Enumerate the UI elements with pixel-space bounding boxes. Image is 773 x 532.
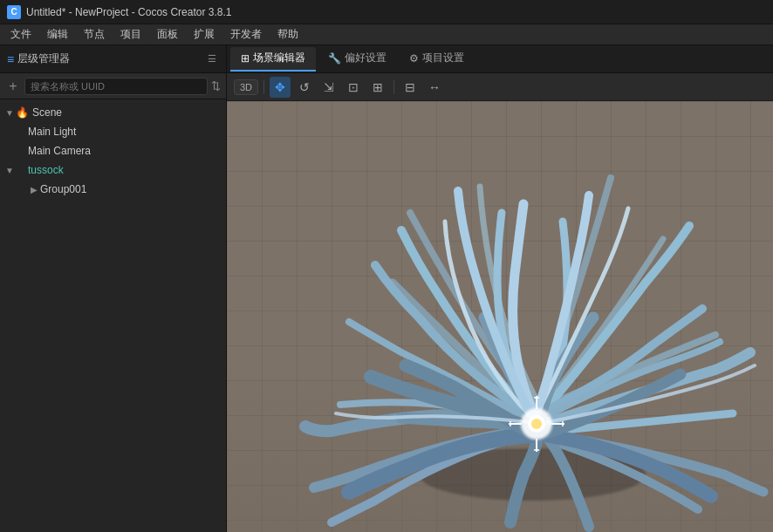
- window-title: Untitled* - NewProject - Cocos Creator 3…: [26, 6, 231, 18]
- title-bar: C Untitled* - NewProject - Cocos Creator…: [0, 0, 773, 24]
- move-tool-button[interactable]: ✥: [270, 77, 291, 98]
- tussock-label: tussock: [28, 164, 64, 176]
- add-node-button[interactable]: +: [5, 78, 21, 94]
- scene-toolbar: 3D ✥ ↺ ⇲ ⊡ ⊞ ⊟ ↔: [227, 73, 773, 101]
- menu-panel[interactable]: 面板: [150, 25, 185, 44]
- tab-scene-editor[interactable]: ⊞ 场景编辑器: [230, 47, 316, 72]
- tree-item-scene[interactable]: ▼ 🔥 Scene: [0, 103, 226, 122]
- scene-label: Scene: [32, 106, 62, 119]
- menu-dev[interactable]: 开发者: [223, 25, 269, 44]
- project-settings-icon: ⚙: [409, 52, 419, 65]
- arrow-scene: ▼: [3, 108, 16, 118]
- rotate-tool-button[interactable]: ↺: [294, 77, 315, 98]
- scene-editor-panel: ⊞ 场景编辑器 🔧 偏好设置 ⚙ 项目设置 3D ✥ ↺ ⇲ ⊡ ⊞ ⊟ ↔: [227, 45, 773, 532]
- transform-tool-button[interactable]: ⊞: [367, 77, 388, 98]
- main-light-label: Main Light: [28, 126, 76, 138]
- tab-preferences[interactable]: 🔧 偏好设置: [318, 47, 397, 72]
- tab-preferences-label: 偏好设置: [345, 51, 386, 65]
- scene-icon: 🔥: [16, 106, 29, 119]
- scene-3d-content: [227, 101, 773, 532]
- group001-label: Group001: [40, 183, 86, 195]
- scale-tool-button[interactable]: ⇲: [318, 77, 339, 98]
- toolbar-sep-1: [263, 80, 264, 94]
- arrow-tussock: ▼: [3, 166, 16, 175]
- main-layout: ≡ 层级管理器 ☰ + ⇅ ▼ 🔥 Scene: [0, 45, 773, 532]
- top-tabs: ⊞ 场景编辑器 🔧 偏好设置 ⚙ 项目设置: [227, 45, 773, 73]
- arrow-group001: ▶: [28, 185, 40, 194]
- hierarchy-icon: ≡: [7, 52, 14, 66]
- menu-node[interactable]: 节点: [77, 25, 112, 44]
- tree-item-main-camera[interactable]: Main Camera: [0, 141, 226, 160]
- panel-menu-icon[interactable]: ☰: [205, 52, 219, 66]
- tab-scene-editor-label: 场景编辑器: [253, 51, 305, 65]
- scene-viewport[interactable]: [227, 101, 773, 532]
- tree-item-tussock[interactable]: ▼ tussock: [0, 160, 226, 180]
- tree-item-group001[interactable]: ▶ Group001: [0, 180, 226, 199]
- anchor-tool-button[interactable]: ⊟: [400, 77, 421, 98]
- hierarchy-panel: ≡ 层级管理器 ☰ + ⇅ ▼ 🔥 Scene: [0, 45, 227, 532]
- tree-item-main-light[interactable]: Main Light: [0, 122, 226, 141]
- menu-project[interactable]: 项目: [113, 25, 148, 44]
- app-icon: C: [7, 5, 21, 19]
- panel-actions: ☰: [205, 52, 219, 66]
- scene-editor-icon: ⊞: [241, 52, 250, 65]
- menu-file[interactable]: 文件: [3, 25, 38, 44]
- menu-extend[interactable]: 扩展: [187, 25, 222, 44]
- hierarchy-title: 层级管理器: [17, 51, 205, 66]
- hierarchy-panel-header: ≡ 层级管理器 ☰: [0, 45, 226, 73]
- rect-tool-button[interactable]: ⊡: [343, 77, 364, 98]
- main-camera-label: Main Camera: [28, 145, 91, 157]
- search-bar: + ⇅: [0, 73, 226, 99]
- menu-help[interactable]: 帮助: [270, 25, 305, 44]
- tab-project-settings-label: 项目设置: [422, 51, 464, 65]
- preferences-icon: 🔧: [328, 52, 341, 65]
- svg-point-3: [531, 419, 542, 429]
- tab-project-settings[interactable]: ⚙ 项目设置: [399, 47, 475, 72]
- sort-icon[interactable]: ⇅: [211, 79, 221, 92]
- scene-tree: ▼ 🔥 Scene Main Light Main Camera: [0, 99, 226, 532]
- menu-edit[interactable]: 编辑: [40, 25, 75, 44]
- view-mode-label[interactable]: 3D: [234, 79, 258, 95]
- search-input[interactable]: [24, 78, 208, 95]
- pivot-tool-button[interactable]: ↔: [424, 77, 445, 98]
- menu-bar: 文件 编辑 节点 项目 面板 扩展 开发者 帮助: [0, 24, 773, 45]
- toolbar-sep-2: [393, 80, 394, 94]
